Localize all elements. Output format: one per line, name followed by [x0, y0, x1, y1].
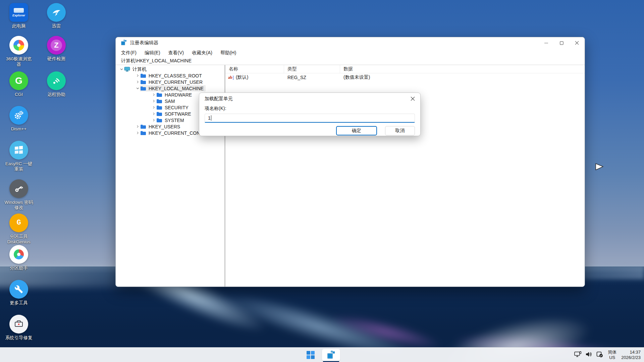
maximize-button[interactable] [554, 37, 569, 49]
column-header-type[interactable]: 类型 [284, 65, 340, 73]
menu-edit[interactable]: 编辑(E) [145, 50, 160, 56]
value-row-default[interactable]: ab] (默认) REG_SZ (数值未设置) [225, 73, 585, 81]
chevron-right-icon[interactable] [135, 73, 140, 78]
tree-item-hkey-local-machine[interactable]: HKEY_LOCAL_MACHINE [116, 85, 224, 92]
icon-label: CGI [4, 92, 34, 97]
registry-app-icon [121, 40, 127, 47]
folder-icon [140, 86, 147, 91]
selected-tree-item: HKEY_LOCAL_MACHINE [140, 85, 206, 92]
language-indicator[interactable]: 简体 US [608, 350, 616, 360]
chevron-right-icon[interactable] [135, 131, 140, 135]
key-icon [9, 179, 28, 198]
desktop-icon-more-tools[interactable]: 更多工具 [4, 280, 34, 306]
desktop-icon-remote-assist[interactable]: 远程协助 [42, 71, 71, 97]
clock[interactable]: 14:37 2026/2/23 [621, 350, 641, 360]
icon-label: EasyRC 一键重装 [4, 161, 34, 172]
folder-icon [140, 130, 147, 136]
close-button[interactable] [569, 37, 585, 49]
list-header: 名称 类型 数据 [225, 65, 585, 73]
column-header-data[interactable]: 数据 [340, 65, 585, 73]
icon-label: 硬件检测 [42, 56, 71, 62]
cgi-icon: G [9, 71, 28, 90]
ok-button[interactable]: 确定 [336, 126, 377, 135]
address-bar[interactable]: 计算机\HKEY_LOCAL_MACHINE [116, 57, 585, 65]
desktop-icon-diskgenius[interactable]: G 分区工具 DiskGenius [4, 214, 34, 245]
icon-label: 分区助手 [4, 265, 34, 271]
desktop-icon-xunlei[interactable]: 迅雷 [42, 3, 71, 29]
desktop-icon-password-reset[interactable]: Windows 密码修改 [4, 179, 34, 210]
desktop-icon-hardware-check[interactable]: Z 硬件检测 [42, 36, 71, 62]
minimize-button[interactable] [538, 37, 554, 49]
diskgenius-icon: G [9, 214, 28, 232]
chevron-right-icon[interactable] [151, 112, 156, 116]
chevron-right-icon[interactable] [151, 105, 156, 110]
wrench-icon [9, 280, 28, 299]
menu-bar: 文件(F) 编辑(E) 查看(V) 收藏夹(A) 帮助(H) [116, 49, 585, 57]
taskbar-registry-editor[interactable] [322, 349, 340, 361]
desktop-icon-boot-repair[interactable]: 系统引导修复 [4, 315, 34, 341]
start-button[interactable] [304, 348, 317, 362]
chevron-right-icon[interactable] [135, 124, 140, 129]
menu-file[interactable]: 文件(F) [121, 50, 137, 56]
icon-label: 360极速浏览器 [4, 56, 34, 67]
chevron-right-icon[interactable] [151, 93, 156, 97]
bird-icon [47, 3, 66, 22]
menu-help[interactable]: 帮助(H) [220, 50, 236, 56]
security-check-icon[interactable] [596, 351, 603, 359]
folder-icon [156, 92, 163, 98]
network-icon[interactable] [574, 351, 582, 359]
volume-icon[interactable] [586, 351, 592, 359]
gears-icon [9, 106, 28, 125]
folder-icon [156, 118, 163, 123]
computer-icon [124, 67, 130, 72]
this-pc-icon: Explorer [9, 3, 28, 22]
cancel-button[interactable]: 取消 [385, 126, 415, 135]
key-name-label: 项名称(K): [205, 106, 415, 112]
close-icon[interactable] [411, 96, 415, 102]
gear-z-icon: Z [47, 36, 66, 55]
desktop: Explorer 此电脑 360极速浏览器 G CGI Dism++ [0, 0, 644, 362]
menu-favorites[interactable]: 收藏夹(A) [192, 50, 212, 56]
folder-icon [156, 99, 163, 104]
toolbox-icon [9, 315, 28, 334]
column-header-name[interactable]: 名称 [225, 65, 284, 73]
icon-label: 分区工具 DiskGenius [4, 234, 34, 245]
folder-icon [156, 105, 163, 110]
desktop-icon-dism[interactable]: Dism++ [4, 106, 34, 132]
tree-item-hkey-classes-root[interactable]: HKEY_CLASSES_ROOT [116, 72, 224, 79]
window-titlebar[interactable]: 注册表编辑器 [116, 37, 585, 49]
icon-label: 更多工具 [4, 300, 34, 306]
registry-app-icon [327, 350, 336, 359]
icon-label: Windows 密码修改 [4, 200, 34, 210]
desktop-icon-easyrc[interactable]: EasyRC 一键重装 [4, 141, 34, 172]
registry-editor-window: 注册表编辑器 文件(F) 编辑(E) 查看(V) 收藏夹(A) 帮助(H) 计算… [115, 37, 585, 287]
chevron-right-icon[interactable] [151, 99, 156, 104]
folder-icon [140, 73, 147, 78]
dialog-title: 加载配置单元 [205, 96, 233, 102]
icon-label: 系统引导修复 [4, 335, 34, 341]
windows-logo-icon [9, 141, 28, 160]
icon-label: 远程协助 [42, 92, 71, 97]
pie-chart-icon [9, 245, 28, 264]
reg-sz-icon: ab] [228, 75, 234, 79]
mouse-cursor [594, 162, 604, 173]
desktop-icon-cgi[interactable]: G CGI [4, 71, 34, 97]
folder-icon [156, 111, 163, 117]
folder-icon [140, 124, 147, 129]
desktop-icon-360-browser[interactable]: 360极速浏览器 [4, 36, 34, 67]
broadcast-icon [47, 71, 66, 90]
tree-item-hkey-current-user[interactable]: HKEY_CURRENT_USER [116, 79, 224, 85]
tree-item-computer[interactable]: 计算机 [116, 66, 224, 72]
icon-label: Dism++ [4, 126, 34, 132]
text-caret [211, 115, 211, 121]
chevron-down-icon[interactable] [135, 86, 140, 91]
desktop-icon-this-pc[interactable]: Explorer 此电脑 [4, 3, 34, 29]
chevron-down-icon[interactable] [119, 67, 124, 72]
load-hive-dialog: 加载配置单元 项名称(K): 1 确定 取消 [199, 93, 421, 136]
chevron-right-icon[interactable] [135, 80, 140, 84]
menu-view[interactable]: 查看(V) [168, 50, 184, 56]
chevron-right-icon[interactable] [151, 118, 156, 123]
desktop-icon-partition-assistant[interactable]: 分区助手 [4, 245, 34, 271]
key-name-input[interactable]: 1 [205, 114, 415, 123]
folder-icon [140, 79, 147, 85]
